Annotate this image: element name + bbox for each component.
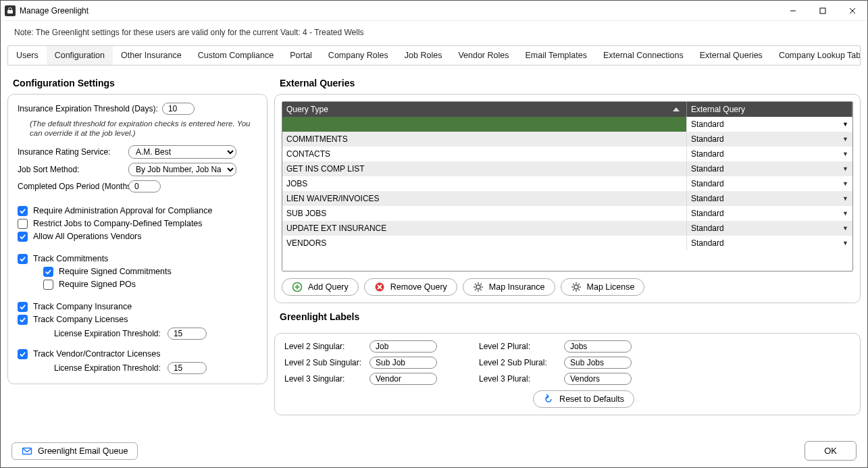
tab-email-templates[interactable]: Email Templates (517, 46, 594, 65)
lic-exp-input-1[interactable] (168, 328, 207, 340)
map-insurance-button[interactable]: Map Insurance (463, 278, 555, 296)
external-query-cell[interactable]: Standard▼ (687, 132, 852, 147)
mail-icon (22, 446, 32, 457)
req-signed-commit-checkbox[interactable] (43, 267, 53, 277)
l2p-label: Level 2 Plural: (479, 342, 560, 351)
titlebar: Manage Greenlight (1, 1, 867, 21)
table-row[interactable]: GET INS COMP LISTStandard▼ (282, 161, 852, 176)
chevron-down-icon: ▼ (842, 136, 848, 142)
threshold-label: Insurance Expiration Threshold (Days): (18, 104, 158, 113)
restrict-jobs-checkbox[interactable] (18, 219, 28, 229)
tab-users[interactable]: Users (8, 46, 47, 65)
tab-company-roles[interactable]: Company Roles (320, 46, 397, 65)
jobsort-select[interactable]: By Job Number, Job Name (128, 163, 236, 176)
col-query-type[interactable]: Query Type (282, 102, 687, 117)
l2sp-label: Level 2 Sub Plural: (479, 358, 560, 367)
undo-icon (543, 394, 554, 405)
add-query-button[interactable]: Add Query (282, 278, 359, 296)
query-type-cell: CONTACTS (282, 147, 687, 161)
l2p-input[interactable] (564, 340, 632, 353)
tab-vendor-roles[interactable]: Vendor Roles (450, 46, 517, 65)
req-signed-commit-label: Require Signed Commitments (59, 267, 172, 276)
table-row[interactable]: COMMITMENTSStandard▼ (282, 132, 852, 147)
external-query-cell[interactable]: Standard▼ (687, 161, 852, 176)
track-comp-lic-checkbox[interactable] (18, 315, 28, 325)
svg-rect-0 (7, 10, 13, 14)
svg-line-28 (573, 289, 574, 290)
track-commit-checkbox[interactable] (18, 254, 28, 264)
tab-other-insurance[interactable]: Other Insurance (113, 46, 190, 65)
tab-external-connections[interactable]: External Connections (595, 46, 692, 65)
l2s-label: Level 2 Singular: (284, 342, 365, 351)
l3s-input[interactable] (369, 373, 437, 385)
l2ss-input[interactable] (369, 357, 437, 369)
allow-ops-checkbox[interactable] (18, 232, 28, 242)
lic-exp-label-2: License Expiration Threshold: (54, 363, 161, 373)
track-vendor-lic-checkbox[interactable] (18, 349, 28, 359)
tab-configuration[interactable]: Configuration (47, 46, 113, 65)
require-admin-label: Require Administration Approval for Comp… (33, 206, 212, 215)
tab-company-lookup-tables[interactable]: Company Lookup Tables (771, 46, 861, 65)
query-type-cell: COMMITMENTS (282, 132, 687, 147)
gear-icon (571, 282, 582, 292)
svg-line-25 (573, 284, 574, 285)
completed-input[interactable] (128, 180, 161, 192)
labels-section-title: Greenlight Labels (280, 311, 861, 322)
table-row[interactable]: JOBSStandard▼ (282, 176, 852, 191)
col-external-query[interactable]: External Query (687, 102, 852, 117)
svg-rect-2 (820, 8, 825, 14)
grid-header: Query Type External Query (282, 102, 852, 117)
svg-point-11 (476, 285, 480, 289)
app-window: Manage Greenlight Note: The Greenlight s… (0, 0, 868, 468)
table-row[interactable]: LIEN WAIVER/INVOICESStandard▼ (282, 191, 852, 206)
table-row[interactable]: Standard▼ (282, 117, 852, 132)
req-signed-po-checkbox[interactable] (43, 280, 53, 290)
plus-icon (292, 282, 303, 292)
maximize-button[interactable] (808, 1, 838, 21)
threshold-input[interactable] (162, 103, 195, 115)
tab-custom-compliance[interactable]: Custom Compliance (190, 46, 282, 65)
require-admin-checkbox[interactable] (18, 206, 28, 216)
content-area: Configuration Settings Insurance Expirat… (1, 66, 867, 467)
grid-body: Standard▼COMMITMENTSStandard▼CONTACTSSta… (282, 117, 852, 251)
map-license-button[interactable]: Map License (561, 278, 645, 296)
reset-defaults-button[interactable]: Reset to Defaults (533, 390, 634, 408)
chevron-down-icon: ▼ (842, 210, 848, 217)
svg-line-19 (475, 289, 476, 290)
chevron-down-icon: ▼ (842, 225, 848, 232)
tab-external-queries[interactable]: External Queries (692, 46, 771, 65)
table-row[interactable]: SUB JOBSStandard▼ (282, 206, 852, 221)
l3p-label: Level 3 Plural: (479, 374, 560, 384)
l2s-input[interactable] (369, 340, 437, 353)
external-query-cell[interactable]: Standard▼ (687, 117, 852, 132)
app-icon (5, 5, 16, 16)
chevron-down-icon: ▼ (842, 180, 848, 187)
l2sp-input[interactable] (564, 357, 632, 369)
rating-select[interactable]: A.M. Best (128, 145, 236, 159)
external-query-cell[interactable]: Standard▼ (687, 176, 852, 191)
close-button[interactable] (838, 1, 867, 21)
svg-line-27 (578, 284, 580, 285)
svg-line-18 (480, 284, 482, 285)
tab-portal[interactable]: Portal (282, 46, 320, 65)
table-row[interactable]: UPDATE EXT INSURANCEStandard▼ (282, 221, 852, 236)
external-query-cell[interactable]: Standard▼ (687, 236, 852, 251)
chevron-down-icon: ▼ (842, 121, 848, 128)
external-query-cell[interactable]: Standard▼ (687, 221, 852, 236)
tab-job-roles[interactable]: Job Roles (397, 46, 451, 65)
track-comp-ins-checkbox[interactable] (18, 302, 28, 312)
query-type-cell (282, 117, 687, 132)
table-row[interactable]: CONTACTSStandard▼ (282, 147, 852, 161)
email-queue-button[interactable]: Greenlight Email Queue (11, 442, 138, 460)
lic-exp-input-2[interactable] (168, 362, 207, 374)
remove-icon (374, 282, 385, 292)
restrict-jobs-label: Restrict Jobs to Company-Defined Templat… (33, 219, 203, 228)
ok-button[interactable]: OK (805, 441, 857, 461)
table-row[interactable]: VENDORSStandard▼ (282, 236, 852, 251)
external-query-cell[interactable]: Standard▼ (687, 191, 852, 206)
external-query-cell[interactable]: Standard▼ (687, 206, 852, 221)
remove-query-button[interactable]: Remove Query (364, 278, 457, 296)
external-query-cell[interactable]: Standard▼ (687, 147, 852, 161)
l3p-input[interactable] (564, 373, 632, 385)
minimize-button[interactable] (778, 1, 808, 21)
